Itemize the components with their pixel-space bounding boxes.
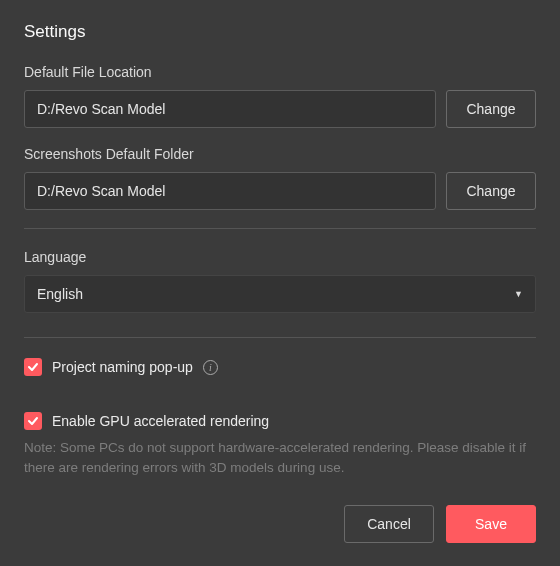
dialog-footer: Cancel Save	[24, 505, 536, 543]
language-select[interactable]: English ▼	[24, 275, 536, 313]
change-screenshots-folder-button[interactable]: Change	[446, 172, 536, 210]
info-icon[interactable]: i	[203, 360, 218, 375]
gpu-note: Note: Some PCs do not support hardware-a…	[24, 438, 536, 479]
cancel-button[interactable]: Cancel	[344, 505, 434, 543]
language-label: Language	[24, 249, 536, 265]
change-file-location-button[interactable]: Change	[446, 90, 536, 128]
project-naming-label: Project naming pop-up	[52, 359, 193, 375]
project-naming-checkbox[interactable]	[24, 358, 42, 376]
gpu-checkbox[interactable]	[24, 412, 42, 430]
save-button[interactable]: Save	[446, 505, 536, 543]
screenshots-folder-label: Screenshots Default Folder	[24, 146, 536, 162]
default-file-location-label: Default File Location	[24, 64, 536, 80]
check-icon	[27, 415, 39, 427]
chevron-down-icon: ▼	[514, 289, 523, 299]
default-file-location-input[interactable]	[24, 90, 436, 128]
gpu-label: Enable GPU accelerated rendering	[52, 413, 269, 429]
settings-panel: Settings Default File Location Change Sc…	[0, 0, 560, 566]
divider	[24, 337, 536, 338]
language-value: English	[37, 286, 83, 302]
check-icon	[27, 361, 39, 373]
divider	[24, 228, 536, 229]
page-title: Settings	[24, 22, 536, 42]
screenshots-folder-input[interactable]	[24, 172, 436, 210]
